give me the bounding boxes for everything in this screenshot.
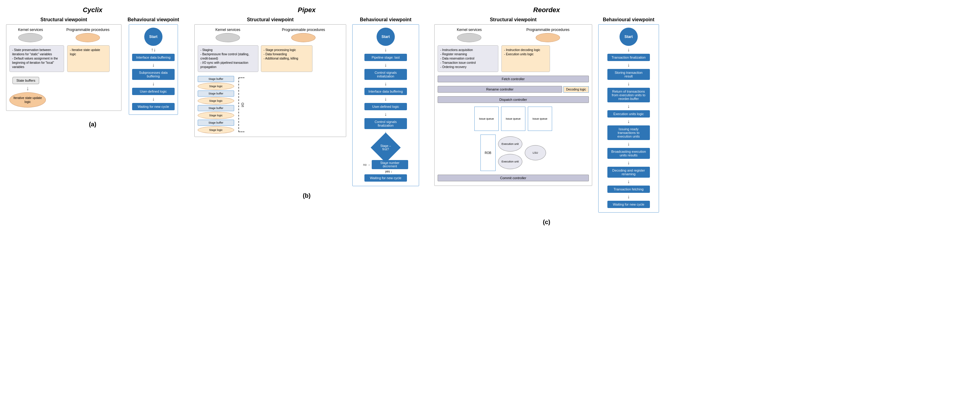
arrow4: ↓ (152, 97, 154, 102)
reordex-eu2-label: Execution unit (502, 160, 519, 163)
reordex-kernel-label: Kernel services (457, 28, 482, 32)
pipex-kernel-oval: Kernel services (215, 28, 240, 42)
reordex-node-7-label: Decoding and register renaming (612, 169, 645, 176)
pipex-kernel-box: - Staging- Backpressure flow control (st… (198, 45, 258, 72)
rex-arrow2: ↓ (627, 62, 630, 67)
cyclix-proc-label: Programmable procedures (66, 28, 109, 32)
reordex-node-5-label: Issuing ready transactions to execution … (617, 127, 640, 138)
pipex-node-3: Interface data buffering (364, 88, 407, 95)
reordex-iq1-label: Issue queue (479, 117, 494, 120)
rex-arrow9: ↓ (627, 194, 630, 199)
reordex-node-3: Return of transactions from execution un… (608, 88, 650, 102)
reordex-rob: ROB (480, 135, 496, 171)
reordex-issue-q3: Issue queue (528, 107, 552, 131)
pipex-arrow4: ↓ (385, 97, 387, 102)
figure-b: Pipex Structural viewpoint Kernel servic… (191, 6, 422, 199)
cyclix-node-1-label: Interface data buffering (136, 56, 170, 59)
pipex-behav-box: Start ↓ Pipeline stage: last ↓ Control s… (352, 24, 419, 186)
reordex-node-2: Storing transaction result (608, 69, 650, 80)
pipex-node-1-label: Pipeline stage: last (372, 56, 400, 59)
pipex-kernel-text: - Staging- Backpressure flow control (st… (200, 48, 249, 68)
cyclix-title: Cyclix (83, 6, 102, 14)
pipex-behav-flow: Start ↓ Pipeline stage: last ↓ Control s… (356, 28, 416, 183)
cyclix-struct-content: - State preservation between iterations … (10, 45, 118, 72)
rex-arrow3: ↓ (627, 81, 630, 86)
cyclix-start-node: Start (144, 28, 162, 46)
pipex-struct-box: Kernel services Programmable procedures … (194, 24, 346, 137)
reordex-decoding-label: Decoding logic (566, 88, 586, 91)
pipex-struct-header: Kernel services Programmable procedures (198, 28, 343, 42)
pipex-stage-buffer-3: Stage buffer (198, 105, 234, 111)
pipex-io-annotation: I/O (237, 76, 245, 134)
cyclix-proc-oval-shape (76, 33, 100, 42)
cyclix-proc-text: - Iterative state update logic (70, 48, 100, 56)
pipex-stages-container: Stage buffer Stage logic Stage buffer St… (198, 73, 343, 134)
pipex-diamond-container: Stage –first? (364, 137, 407, 158)
pipex-stage-logic-1: Stage logic (198, 83, 234, 90)
pipex-proc-text: - Stage processing logic- Data forwardin… (264, 48, 298, 60)
reordex-proc-label: Programmable procedures (526, 28, 570, 32)
cyclix-struct-lower: State buffers ↓ Iterative state update l… (10, 75, 118, 108)
reordex-issue-q1: Issue queue (474, 107, 499, 131)
pipex-stage-buffer-2: Stage buffer (198, 91, 234, 97)
pipex-start-node: Start (377, 28, 395, 46)
cyclix-struct-header: Kernel services Programmable procedures (10, 28, 118, 42)
reordex-decoding-box: Decoding logic (563, 86, 589, 92)
reordex-proc-box: - Instruction decoding logic- Execution … (501, 45, 550, 72)
fig-label-b: (b) (303, 192, 311, 199)
pipex-stage-decrement: Stage number decrement (372, 160, 408, 169)
fig-label-c: (c) (543, 219, 550, 226)
pipex-stage-logic-2: Stage logic (198, 97, 234, 105)
cyclix-iterative-oval: Iterative state update logic (10, 92, 46, 108)
cyclix-proc-box: - Iterative state update logic (67, 45, 110, 72)
reordex-behav-flow: Start ↓ Transaction finalization ↓ Stori… (601, 28, 655, 209)
fig-label-a: (a) (89, 121, 96, 128)
reordex-exec-unit-1: Execution unit (498, 136, 522, 151)
figure-b-content: Structural viewpoint Kernel services Pro… (194, 17, 419, 186)
reordex-node-4-label: Execution units logic (613, 112, 644, 116)
reordex-proc-text: - Instruction decoding logic- Execution … (504, 48, 540, 56)
io-label: I/O (241, 103, 245, 107)
pipex-node-6: Waiting for new cycle (364, 174, 407, 182)
reordex-eu1-label: Execution unit (502, 142, 519, 145)
reordex-commit-ctrl: Commit controller (438, 175, 589, 181)
reordex-node-7: Decoding and register renaming (608, 167, 650, 178)
reordex-rename-label: Rename controller (486, 88, 514, 91)
cyclix-node-1: Interface data buffering (132, 54, 175, 61)
pipex-structural: Structural viewpoint Kernel services Pro… (194, 17, 346, 137)
pipex-title: Pipex (298, 6, 315, 14)
pipex-proc-oval-shape (291, 33, 315, 42)
pipex-stages-left: Stage buffer Stage logic Stage buffer St… (198, 76, 234, 134)
cyclix-node-2-label: Subprocesses data buffering (139, 71, 168, 78)
reordex-exec-units: Execution unit Execution unit (498, 136, 522, 169)
reordex-issue-q2: Issue queue (501, 107, 525, 131)
reordex-lsu-label: LSU (533, 151, 538, 154)
reordex-node-9: Waiting for new cycle (608, 201, 650, 208)
pipex-no-label: no → (363, 163, 371, 166)
pipex-node-6-label: Waiting for new cycle (370, 176, 401, 180)
reordex-lsu: LSU (525, 145, 546, 160)
figure-a: Cyclix Structural viewpoint Kernel servi… (3, 6, 182, 128)
cyclix-kernel-label: Kernel services (18, 28, 43, 32)
reordex-node-8-label: Transaction fetching (613, 187, 644, 191)
reordex-struct-box: Kernel services Programmable procedures … (434, 24, 592, 186)
reordex-iq2-label: Issue queue (506, 117, 520, 120)
reordex-behav-box: Start ↓ Transaction finalization ↓ Stori… (598, 24, 659, 213)
pipex-node-5-label: Control signals finalization (374, 120, 397, 127)
cyclix-node-3: User-defined logic (132, 88, 175, 95)
cyclix-behav-label: Behavioural viewpoint (127, 17, 179, 22)
cyclix-kernel-text: - State preservation between iterations … (12, 48, 58, 68)
reordex-controllers: Fetch controller Rename controller Decod… (438, 75, 589, 183)
cyclix-node-3-label: User-defined logic (140, 89, 167, 93)
reordex-struct-header: Kernel services Programmable procedures (438, 28, 589, 42)
rex-arrow8: ↓ (627, 179, 630, 184)
pipex-struct-content: - Staging- Backpressure flow control (st… (198, 45, 343, 72)
pipex-diamond-text: Stage –first? (364, 137, 407, 158)
pipex-arrow1: ↓ (385, 47, 387, 52)
cyclix-behavioural: Behavioural viewpoint Start ↑↓ Interface… (127, 17, 179, 115)
reordex-behavioural: Behavioural viewpoint Start ↓ Transactio… (598, 17, 659, 213)
rex-arrow5: ↓ (627, 119, 630, 124)
pipex-stage-logic-4: Stage logic (198, 126, 234, 134)
cyclix-iterative-text: Iterative state update logic (11, 96, 45, 104)
cyclix-kernel-oval: Kernel services (18, 28, 43, 42)
